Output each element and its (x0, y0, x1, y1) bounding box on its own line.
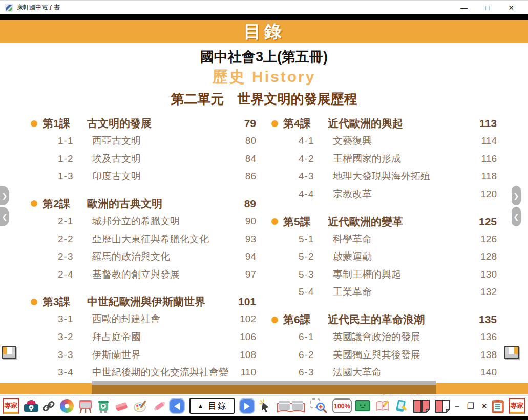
window-minimize-button[interactable]: — (452, 1, 476, 14)
app-restore-button[interactable]: ❐ (466, 401, 476, 411)
section-num: 5-4 (299, 285, 333, 299)
section-title: 埃及古文明 (92, 152, 231, 165)
lesson-bullet-icon (271, 218, 278, 225)
lesson-title: 歐洲的古典文明 (87, 197, 231, 211)
section-row[interactable]: 5-3 專制王權的興起 130 (299, 268, 497, 281)
section-row[interactable]: 6-2 美國獨立與其後發展 138 (299, 348, 497, 362)
single-page-view-icon[interactable] (435, 399, 450, 413)
section-row[interactable]: 4-4 宗教改革 120 (299, 187, 497, 201)
mobile-device-icon[interactable] (395, 399, 408, 413)
color-picker-icon[interactable] (60, 399, 74, 413)
section-title: 王權國家的形成 (333, 152, 472, 165)
section-num: 1-3 (58, 170, 92, 183)
page-forward-button[interactable]: ❯ (0, 186, 9, 205)
toolbar-group-view: 100% (258, 398, 352, 414)
expert-mode-button[interactable]: 專家 (3, 398, 19, 414)
current-page-label: 目錄 (208, 400, 227, 412)
section-row[interactable]: 3-1 西歐的封建社會 102 (58, 312, 256, 326)
lesson-bullet-icon (31, 299, 37, 305)
window-close-button[interactable]: ✕ (499, 1, 523, 14)
section-title: 科學革命 (333, 233, 472, 246)
section-title: 英國議會政治的發展 (333, 330, 472, 344)
lesson-block: 第1課 古文明的發展 79 1-1 西亞古文明 80 1-2 埃及古文明 84 … (31, 116, 256, 183)
lesson-block: 第4課 近代歐洲的興起 113 4-1 文藝復興 114 4-2 王權國家的形成… (271, 116, 497, 201)
palette-icon[interactable] (133, 400, 147, 413)
lesson-label: 第6課 (283, 312, 328, 327)
app-minimize-button[interactable]: − (453, 402, 460, 411)
highlighter-icon[interactable] (152, 400, 166, 413)
easel-icon[interactable] (78, 399, 93, 413)
section-row[interactable]: 1-1 西亞古文明 80 (58, 134, 256, 148)
next-page-button[interactable] (239, 398, 255, 414)
lesson-page: 125 (472, 216, 497, 228)
section-row[interactable]: 1-3 印度古文明 86 (58, 170, 256, 183)
dual-page-view-icon[interactable] (413, 399, 430, 413)
corner-flip-left-button[interactable] (2, 346, 16, 359)
book-spread-icon[interactable] (276, 398, 306, 414)
link-icon[interactable] (42, 400, 55, 413)
edge-nav-left: ❯ ❮ (0, 186, 9, 226)
lesson-row[interactable]: 第1課 古文明的發展 79 (31, 116, 256, 131)
lesson-block: 第3課 中世紀歐洲與伊斯蘭世界 101 3-1 西歐的封建社會 102 3-2 … (31, 295, 256, 392)
expert-mode-button[interactable]: 專家 (509, 398, 525, 414)
toolbar-group-expert-right: 專家 (491, 398, 525, 414)
toolbox-icon[interactable] (24, 400, 39, 413)
horizontal-scrollbar[interactable] (92, 381, 436, 394)
page-back-button[interactable]: ❮ (512, 207, 521, 226)
section-row[interactable]: 2-4 基督教的創立與發展 97 (58, 268, 256, 281)
section-page: 110 (231, 366, 256, 379)
section-row[interactable]: 2-2 亞歷山大東征與希臘化文化 93 (58, 233, 256, 246)
lesson-title: 中世紀歐洲與伊斯蘭世界 (87, 295, 231, 309)
section-page: 114 (472, 134, 497, 148)
prev-page-button[interactable] (169, 398, 185, 414)
bottom-divider (0, 416, 528, 420)
zoom-select-icon[interactable] (310, 398, 328, 414)
toc-header-band: 目錄 (0, 20, 528, 43)
section-row[interactable]: 2-3 羅馬的政治與文化 94 (58, 250, 256, 263)
corner-flip-right-button[interactable] (504, 346, 519, 359)
section-row[interactable]: 5-1 科學革命 126 (299, 233, 497, 246)
app-close-button[interactable]: × (480, 402, 488, 411)
lesson-row[interactable]: 第6課 近代民主的革命浪潮 135 (271, 312, 497, 327)
lesson-row[interactable]: 第2課 歐洲的古典文明 89 (31, 197, 256, 211)
section-row[interactable]: 6-3 法國大革命 140 (299, 366, 497, 379)
section-row[interactable]: 5-2 啟蒙運動 128 (299, 250, 497, 263)
section-title: 基督教的創立與發展 (92, 268, 231, 281)
lesson-title: 近代民主的革命浪潮 (328, 312, 472, 327)
page-back-button[interactable]: ❮ (0, 207, 9, 226)
section-row[interactable]: 2-1 城邦分立的希臘文明 90 (58, 215, 256, 228)
section-row[interactable]: 6-1 英國議會政治的發展 136 (299, 330, 497, 344)
section-num: 4-1 (299, 134, 333, 148)
lesson-row[interactable]: 第5課 近代歐洲的變革 125 (271, 215, 497, 229)
lesson-row[interactable]: 第3課 中世紀歐洲與伊斯蘭世界 101 (31, 295, 256, 309)
zoom-level-badge[interactable]: 100% (332, 398, 352, 413)
section-title: 西歐的封建社會 (92, 312, 231, 326)
section-row[interactable]: 4-1 文藝復興 114 (299, 134, 497, 148)
eraser-icon[interactable] (114, 400, 129, 412)
section-row[interactable]: 4-2 王權國家的形成 116 (299, 152, 497, 165)
section-title: 拜占庭帝國 (92, 330, 231, 344)
section-row[interactable]: 1-2 埃及古文明 84 (58, 152, 256, 165)
lesson-page: 113 (472, 117, 497, 130)
section-num: 4-3 (299, 170, 333, 183)
section-num: 1-2 (58, 152, 92, 165)
page-selector-button[interactable]: ▲ 目錄 (189, 398, 235, 414)
section-page: 120 (472, 187, 497, 201)
chevron-left-icon: ❮ (514, 213, 519, 221)
window-maximize-button[interactable]: □ (476, 1, 499, 14)
trash-robot-icon[interactable] (97, 399, 110, 413)
section-row[interactable]: 3-2 拜占庭帝國 106 (58, 330, 256, 344)
notebook-pencil-icon[interactable] (375, 400, 390, 413)
section-title: 伊斯蘭世界 (92, 348, 231, 362)
lesson-row[interactable]: 第4課 近代歐洲的興起 113 (271, 116, 497, 131)
section-row[interactable]: 3-3 伊斯蘭世界 108 (58, 348, 256, 362)
section-row[interactable]: 4-3 地理大發現與海外拓殖 118 (299, 170, 497, 183)
toolbar-group-modes (355, 399, 450, 413)
page-forward-button[interactable]: ❯ (512, 186, 521, 205)
lesson-block: 第5課 近代歐洲的變革 125 5-1 科學革命 126 5-2 啟蒙運動 12… (271, 215, 497, 299)
cursor-icon[interactable] (258, 399, 271, 413)
chalkboard-icon[interactable] (355, 400, 370, 412)
clipboard-icon[interactable] (491, 399, 504, 413)
section-row[interactable]: 5-4 工業革命 132 (299, 285, 497, 299)
lesson-page: 89 (231, 198, 256, 210)
